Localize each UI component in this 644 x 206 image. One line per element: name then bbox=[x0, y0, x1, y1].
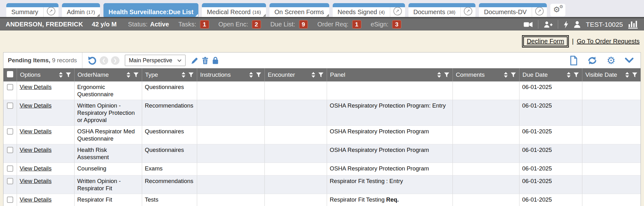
view-details-link[interactable]: View Details bbox=[20, 147, 52, 153]
tab-count: (38) bbox=[447, 9, 456, 15]
cell-type: Questionnaires bbox=[142, 81, 197, 100]
column-header-visible-date[interactable]: Visible Date bbox=[582, 68, 641, 81]
new-document-icon[interactable] bbox=[569, 56, 578, 65]
filter-funnel-icon[interactable] bbox=[511, 72, 516, 77]
cell-encounter bbox=[264, 81, 327, 100]
column-header-due-date[interactable]: Due Date bbox=[519, 68, 582, 81]
column-header-ordername[interactable]: OrderName bbox=[74, 68, 142, 81]
open-in-new-button[interactable]: ↗ bbox=[532, 3, 547, 17]
open-in-new-button[interactable]: ↗ bbox=[460, 3, 475, 17]
cell-panel: Respirator Fit Testing : Entry bbox=[327, 175, 452, 194]
select-all-header bbox=[3, 68, 17, 81]
tab-medical-record[interactable]: Medical Record (16) bbox=[202, 3, 266, 17]
bar-chart-icon[interactable] bbox=[628, 20, 638, 29]
open-in-new-button[interactable]: ↗ bbox=[390, 3, 405, 17]
sort-icon[interactable] bbox=[437, 72, 441, 78]
sort-icon[interactable] bbox=[567, 72, 571, 78]
filter-funnel-icon[interactable] bbox=[318, 72, 324, 77]
table-row: View Details Respirator Fit Tests Respir… bbox=[3, 194, 641, 206]
edit-pencil-icon[interactable] bbox=[191, 57, 199, 64]
cell-type: Recommendations bbox=[142, 175, 197, 194]
filter-funnel-icon[interactable] bbox=[256, 72, 261, 77]
sort-icon[interactable] bbox=[625, 72, 629, 78]
tab-summary[interactable]: Summary ↗ bbox=[6, 3, 58, 17]
video-camera-icon[interactable] bbox=[524, 21, 533, 28]
sort-icon[interactable] bbox=[249, 72, 253, 78]
user-icon[interactable] bbox=[574, 21, 580, 28]
filter-funnel-icon[interactable] bbox=[133, 72, 139, 77]
column-header-comments[interactable]: Comments bbox=[452, 68, 519, 81]
tab-health-surveillance-due-list[interactable]: Health Surveillance:Due List bbox=[103, 3, 198, 17]
tab-documents[interactable]: Documents (38) ↗ bbox=[408, 3, 476, 17]
sort-icon[interactable] bbox=[59, 72, 63, 78]
banner-stat-due-list[interactable]: Due List: 9 bbox=[270, 20, 308, 29]
row-checkbox[interactable] bbox=[7, 165, 13, 172]
filter-funnel-icon[interactable] bbox=[444, 72, 449, 77]
banner-stat-order-req[interactable]: Order Req: 1 bbox=[317, 20, 361, 29]
next-page-button[interactable]: ❯ bbox=[111, 56, 119, 65]
select-all-checkbox[interactable] bbox=[7, 71, 13, 77]
view-details-link[interactable]: View Details bbox=[20, 102, 52, 109]
view-details-link[interactable]: View Details bbox=[20, 84, 52, 90]
decline-form-link[interactable]: Decline Form bbox=[527, 38, 564, 45]
decline-form-focus-ring: Decline Form bbox=[522, 35, 569, 47]
column-header-options[interactable]: Options bbox=[17, 68, 74, 81]
tab-label: Health Surveillance:Due List bbox=[108, 8, 193, 16]
banner-stat-tasks[interactable]: Tasks: 1 bbox=[178, 20, 209, 29]
perspective-select[interactable]: Main Perspective bbox=[125, 55, 186, 66]
banner-stat-esign[interactable]: eSign: 3 bbox=[371, 20, 401, 29]
trash-icon[interactable] bbox=[202, 57, 209, 64]
cell-type: Questionnaires bbox=[142, 126, 197, 144]
cell-comments bbox=[452, 126, 519, 144]
row-checkbox[interactable] bbox=[7, 147, 13, 153]
view-details-link[interactable]: View Details bbox=[20, 165, 52, 172]
row-checkbox[interactable] bbox=[7, 128, 13, 135]
column-header-panel[interactable]: Panel bbox=[327, 68, 452, 81]
refresh-icon[interactable] bbox=[587, 56, 597, 65]
cell-encounter bbox=[264, 100, 327, 126]
cell-type: Questionnaires bbox=[142, 144, 197, 163]
sort-icon[interactable] bbox=[181, 72, 186, 78]
cell-visible-date bbox=[582, 163, 641, 175]
sort-icon[interactable] bbox=[504, 72, 508, 78]
row-checkbox[interactable] bbox=[7, 178, 13, 184]
filter-funnel-icon[interactable] bbox=[574, 72, 579, 77]
collapse-chevron-icon[interactable] bbox=[625, 58, 634, 63]
filter-funnel-icon[interactable] bbox=[188, 72, 194, 77]
row-checkbox[interactable] bbox=[7, 84, 13, 90]
tab-admin[interactable]: Admin (17) bbox=[62, 3, 100, 17]
view-details-link[interactable]: View Details bbox=[20, 196, 52, 203]
open-in-new-button[interactable]: ↗ bbox=[43, 3, 58, 17]
prev-page-button[interactable]: ❮ bbox=[100, 56, 108, 65]
add-user-icon[interactable] bbox=[544, 21, 552, 28]
tab-label: Summary bbox=[11, 8, 38, 16]
lock-icon[interactable] bbox=[212, 56, 219, 64]
sort-icon[interactable] bbox=[126, 72, 130, 78]
row-checkbox[interactable] bbox=[7, 103, 13, 109]
tab-documents-dv[interactable]: Documents-DV ↗ bbox=[479, 3, 547, 17]
filter-funnel-icon[interactable] bbox=[632, 72, 637, 77]
view-details-link[interactable]: View Details bbox=[20, 128, 52, 135]
table-row: View Details Counseling Exams OSHA Respi… bbox=[3, 163, 641, 175]
filter-funnel-icon[interactable] bbox=[66, 72, 71, 77]
row-checkbox[interactable] bbox=[7, 197, 13, 203]
count-badge: 1 bbox=[200, 20, 209, 29]
tab-on-screen-forms[interactable]: On Screen Forms bbox=[269, 3, 329, 17]
column-header-type[interactable]: Type bbox=[142, 68, 197, 81]
cell-due-date: 06-01-2025 bbox=[519, 81, 582, 100]
column-header-encounter[interactable]: Encounter bbox=[264, 68, 327, 81]
cell-due-date: 06-01-2025 bbox=[519, 163, 582, 175]
go-to-order-requests-link[interactable]: Go To Order Requests bbox=[577, 38, 640, 45]
settings-gear-icon[interactable]: ⚙ bbox=[607, 56, 615, 65]
undo-icon[interactable] bbox=[87, 56, 97, 65]
sort-icon[interactable] bbox=[311, 72, 315, 78]
column-header-instructions[interactable]: Instructions bbox=[197, 68, 264, 81]
tab-settings-button[interactable]: ⚙ ⚙ bbox=[550, 4, 565, 16]
patient-name: ANDERSON, FREDERICK bbox=[6, 21, 83, 28]
view-details-link[interactable]: View Details bbox=[20, 178, 52, 184]
banner-stat-open-enc[interactable]: Open Enc: 2 bbox=[219, 20, 261, 29]
tab-needs-signed[interactable]: Needs Signed (4) ↗ bbox=[333, 3, 405, 17]
cell-panel: OSHA Respiratory Protection Program bbox=[327, 126, 452, 144]
grid-title-text: Pending Items, bbox=[8, 57, 50, 64]
lightning-bolt-icon[interactable] bbox=[564, 21, 569, 28]
